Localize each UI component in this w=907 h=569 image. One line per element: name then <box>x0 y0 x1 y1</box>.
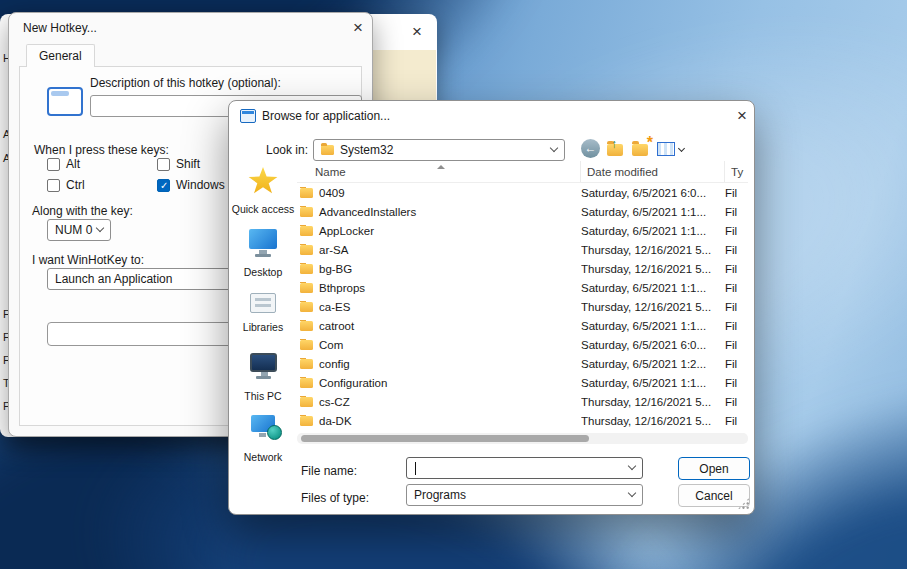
file-list: Name Date modified Ty 0409 Saturday, 6/5… <box>297 161 748 433</box>
place-desktop[interactable]: Desktop <box>229 229 297 278</box>
new-folder-icon[interactable] <box>632 144 648 156</box>
file-row[interactable]: catroot Saturday, 6/5/2021 1:1... Fil <box>297 316 748 335</box>
file-name: AdvancedInstallers <box>319 206 416 218</box>
file-name: config <box>319 358 350 370</box>
checkbox-alt[interactable]: Alt <box>47 157 80 171</box>
checkbox-label: Ctrl <box>66 178 85 192</box>
close-icon[interactable] <box>408 22 426 40</box>
file-row[interactable]: AppLocker Saturday, 6/5/2021 1:1... Fil <box>297 221 748 240</box>
horizontal-scrollbar[interactable] <box>297 433 748 444</box>
computer-icon <box>250 353 277 372</box>
file-name: Com <box>319 339 343 351</box>
column-label: Name <box>315 166 346 178</box>
close-icon[interactable] <box>733 106 751 124</box>
file-type: Fil <box>725 396 748 408</box>
checkbox-label: Shift <box>176 157 200 171</box>
cancel-button[interactable]: Cancel <box>678 484 750 507</box>
folder-icon <box>300 359 313 369</box>
close-icon[interactable] <box>349 18 367 36</box>
views-icon[interactable] <box>657 142 675 156</box>
folder-icon <box>300 264 313 274</box>
file-type: Fil <box>725 187 748 199</box>
look-in-label: Look in: <box>266 143 308 157</box>
file-row[interactable]: 0409 Saturday, 6/5/2021 6:0... Fil <box>297 183 748 202</box>
file-modified: Saturday, 6/5/2021 6:0... <box>581 339 725 351</box>
column-header-date-modified[interactable]: Date modified <box>581 161 725 182</box>
file-modified: Saturday, 6/5/2021 1:1... <box>581 377 725 389</box>
folder-icon <box>321 145 334 155</box>
file-modified: Saturday, 6/5/2021 6:0... <box>581 187 725 199</box>
file-modified: Saturday, 6/5/2021 1:1... <box>581 225 725 237</box>
files-of-type-combobox[interactable]: Programs <box>406 484 643 506</box>
folder-icon <box>300 321 313 331</box>
folder-icon <box>300 397 313 407</box>
place-network[interactable]: Network <box>229 415 297 463</box>
network-icon <box>251 415 275 432</box>
folder-icon <box>300 188 313 198</box>
file-name: AppLocker <box>319 225 374 237</box>
file-row[interactable]: Com Saturday, 6/5/2021 6:0... Fil <box>297 335 748 354</box>
back-icon[interactable] <box>581 139 600 158</box>
file-row[interactable]: ar-SA Thursday, 12/16/2021 5... Fil <box>297 240 748 259</box>
place-libraries[interactable]: Libraries <box>229 293 297 333</box>
key-combobox[interactable]: NUM 0 <box>47 219 111 241</box>
look-in-combobox[interactable]: System32 <box>313 139 565 161</box>
folder-icon <box>300 207 313 217</box>
file-row[interactable]: config Saturday, 6/5/2021 1:2... Fil <box>297 354 748 373</box>
file-name-combobox[interactable] <box>406 457 643 479</box>
file-modified: Thursday, 12/16/2021 5... <box>581 244 725 256</box>
file-type: Fil <box>725 282 748 294</box>
file-type: Fil <box>725 263 748 275</box>
up-one-level-icon[interactable] <box>607 144 623 156</box>
column-header-type[interactable]: Ty <box>725 161 748 182</box>
place-label: Quick access <box>229 203 297 215</box>
checkbox-windows[interactable]: Windows <box>157 178 225 192</box>
file-name: bg-BG <box>319 263 352 275</box>
place-this-pc[interactable]: This PC <box>229 353 297 402</box>
folder-icon <box>300 283 313 293</box>
tab-general[interactable]: General <box>26 44 95 67</box>
checkbox-box-checked <box>157 179 170 192</box>
description-label: Description of this hotkey (optional): <box>90 76 281 90</box>
place-quick-access[interactable]: Quick access <box>229 167 297 215</box>
file-row[interactable]: da-DK Thursday, 12/16/2021 5... Fil <box>297 411 748 430</box>
file-type: Fil <box>725 320 748 332</box>
text-caret <box>415 462 416 475</box>
file-row[interactable]: Bthprops Saturday, 6/5/2021 1:1... Fil <box>297 278 748 297</box>
keys-label: When I press these keys: <box>34 143 169 157</box>
folder-icon <box>300 378 313 388</box>
checkbox-shift[interactable]: Shift <box>157 157 200 171</box>
chevron-down-icon <box>628 462 636 470</box>
checkbox-label: Alt <box>66 157 80 171</box>
tab-label: General <box>39 49 82 63</box>
dialog-title: New Hotkey... <box>23 21 97 35</box>
look-in-value: System32 <box>340 143 393 157</box>
file-row[interactable]: cs-CZ Thursday, 12/16/2021 5... Fil <box>297 392 748 411</box>
star-icon <box>248 167 278 195</box>
file-modified: Saturday, 6/5/2021 1:2... <box>581 358 725 370</box>
checkbox-label: Windows <box>176 178 225 192</box>
file-type: Fil <box>725 206 748 218</box>
file-type: Fil <box>725 244 748 256</box>
checkbox-ctrl[interactable]: Ctrl <box>47 178 85 192</box>
scrollbar-thumb[interactable] <box>301 435 589 442</box>
file-type: Fil <box>725 339 748 351</box>
chevron-down-icon <box>628 489 636 497</box>
file-modified: Thursday, 12/16/2021 5... <box>581 301 725 313</box>
file-row[interactable]: Configuration Saturday, 6/5/2021 1:1... … <box>297 373 748 392</box>
open-button[interactable]: Open <box>678 457 750 480</box>
file-row[interactable]: ca-ES Thursday, 12/16/2021 5... Fil <box>297 297 748 316</box>
folder-icon <box>300 302 313 312</box>
along-with-label: Along with the key: <box>32 204 133 218</box>
files-of-type-label: Files of type: <box>301 491 369 505</box>
key-combobox-value: NUM 0 <box>55 223 92 237</box>
file-row[interactable]: AdvancedInstallers Saturday, 6/5/2021 1:… <box>297 202 748 221</box>
files-of-type-value: Programs <box>414 488 466 502</box>
chevron-down-icon[interactable] <box>678 145 685 152</box>
file-name: cs-CZ <box>319 396 350 408</box>
window-icon <box>47 87 83 116</box>
file-row[interactable]: bg-BG Thursday, 12/16/2021 5... Fil <box>297 259 748 278</box>
file-modified: Thursday, 12/16/2021 5... <box>581 396 725 408</box>
file-name: ca-ES <box>319 301 350 313</box>
chevron-down-icon <box>96 224 104 232</box>
